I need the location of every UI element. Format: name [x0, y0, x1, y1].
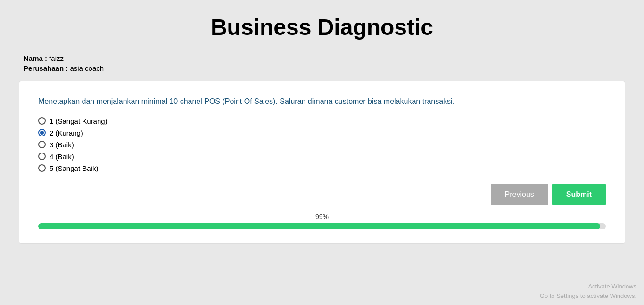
activate-line2: Go to Settings to activate Windows. [540, 291, 636, 301]
radio-4[interactable] [38, 152, 46, 160]
question-text: Menetapkan dan menjalankan minimal 10 ch… [38, 95, 606, 108]
user-info: Nama : faizz Perusahaan : asia coach [24, 54, 625, 72]
nama-line: Nama : faizz [24, 54, 625, 62]
radio-2-fill [40, 131, 44, 135]
option-1-label: 1 (Sangat Kurang) [50, 117, 107, 125]
activate-windows-notice: Activate Windows Go to Settings to activ… [540, 282, 636, 300]
radio-2[interactable] [38, 129, 46, 136]
option-2-label: 2 (Kurang) [50, 129, 83, 137]
progress-section: 99% [38, 213, 606, 229]
option-3-label: 3 (Baik) [50, 141, 74, 149]
activate-line1: Activate Windows [540, 282, 636, 291]
previous-button[interactable]: Previous [491, 184, 548, 205]
radio-5[interactable] [38, 164, 46, 172]
progress-bar-bg [38, 223, 606, 229]
option-1[interactable]: 1 (Sangat Kurang) [38, 117, 606, 125]
option-2[interactable]: 2 (Kurang) [38, 129, 606, 137]
options-list: 1 (Sangat Kurang) 2 (Kurang) 3 (Baik) 4 … [38, 117, 606, 172]
option-5[interactable]: 5 (Sangat Baik) [38, 164, 606, 172]
perusahaan-label: Perusahaan : [24, 64, 68, 72]
option-3[interactable]: 3 (Baik) [38, 141, 606, 149]
question-card: Menetapkan dan menjalankan minimal 10 ch… [19, 81, 625, 244]
page-wrapper: Business Diagnostic Nama : faizz Perusah… [0, 0, 644, 305]
nama-value: faizz [49, 54, 64, 62]
page-title: Business Diagnostic [19, 14, 625, 40]
buttons-row: Previous Submit [38, 184, 606, 205]
submit-button[interactable]: Submit [552, 184, 606, 205]
option-5-label: 5 (Sangat Baik) [50, 164, 98, 172]
radio-1[interactable] [38, 117, 46, 125]
radio-3[interactable] [38, 141, 46, 148]
progress-label: 99% [38, 213, 606, 220]
perusahaan-line: Perusahaan : asia coach [24, 64, 625, 72]
option-4[interactable]: 4 (Baik) [38, 152, 606, 161]
option-4-label: 4 (Baik) [50, 152, 74, 161]
perusahaan-value: asia coach [70, 64, 104, 72]
progress-bar-fill [38, 223, 600, 229]
nama-label: Nama : [24, 54, 47, 62]
